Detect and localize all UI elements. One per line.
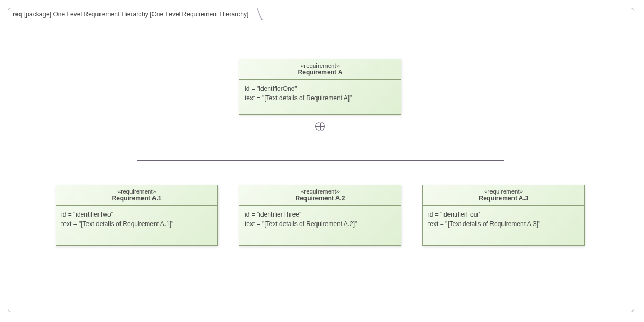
frame-bracket: [One Level Requirement Hierarchy] <box>150 10 248 18</box>
stereotype-label: «requirement» <box>244 188 397 195</box>
stereotype-label: «requirement» <box>60 188 213 195</box>
id-line: id = "identifierOne" <box>245 84 396 93</box>
box-header: «requirement» Requirement A.2 <box>239 185 401 206</box>
id-line: id = "identifierTwo" <box>61 210 212 219</box>
stereotype-label: «requirement» <box>244 62 397 69</box>
text-line: text = "[Text details of Requirement A.2… <box>245 219 396 229</box>
requirement-box-child[interactable]: «requirement» Requirement A.2 id = "iden… <box>239 185 401 246</box>
connector-line <box>320 131 320 160</box>
connector-line <box>137 160 137 185</box>
diagram-frame: req [package] One Level Requirement Hier… <box>8 8 634 312</box>
frame-tab: req [package] One Level Requirement Hier… <box>8 8 258 21</box>
connector-line <box>504 160 504 185</box>
box-body: id = "identifierFour" text = "[Text deta… <box>423 206 584 245</box>
id-line: id = "identifierThree" <box>245 210 396 219</box>
requirement-name: Requirement A.3 <box>427 195 580 202</box>
connector-line <box>137 160 504 161</box>
box-body: id = "identifierTwo" text = "[Text detai… <box>56 206 217 245</box>
box-header: «requirement» Requirement A.1 <box>56 185 217 206</box>
requirement-name: Requirement A.1 <box>60 195 213 202</box>
frame-scope: [package] <box>24 10 51 18</box>
requirement-box-parent[interactable]: «requirement» Requirement A id = "identi… <box>239 59 401 115</box>
box-body: id = "identifierOne" text = "[Text detai… <box>239 80 401 114</box>
connector-line <box>320 160 320 185</box>
frame-title: One Level Requirement Hierarchy <box>53 10 148 18</box>
requirement-name: Requirement A.2 <box>244 195 397 202</box>
box-header: «requirement» Requirement A <box>239 59 401 80</box>
id-line: id = "identifierFour" <box>428 210 579 219</box>
text-line: text = "[Text details of Requirement A.3… <box>428 219 579 229</box>
requirement-box-child[interactable]: «requirement» Requirement A.1 id = "iden… <box>56 185 218 246</box>
text-line: text = "[Text details of Requirement A.1… <box>61 219 212 229</box>
box-header: «requirement» Requirement A.3 <box>423 185 584 206</box>
stereotype-label: «requirement» <box>427 188 580 195</box>
connector-line <box>320 120 320 122</box>
text-line: text = "[Text details of Requirement A]" <box>245 93 396 103</box>
frame-kind: req <box>13 10 23 18</box>
requirement-name: Requirement A <box>244 69 397 76</box>
box-body: id = "identifierThree" text = "[Text det… <box>239 206 401 245</box>
requirement-box-child[interactable]: «requirement» Requirement A.3 id = "iden… <box>422 185 585 246</box>
composition-circle-plus-icon <box>315 122 325 131</box>
